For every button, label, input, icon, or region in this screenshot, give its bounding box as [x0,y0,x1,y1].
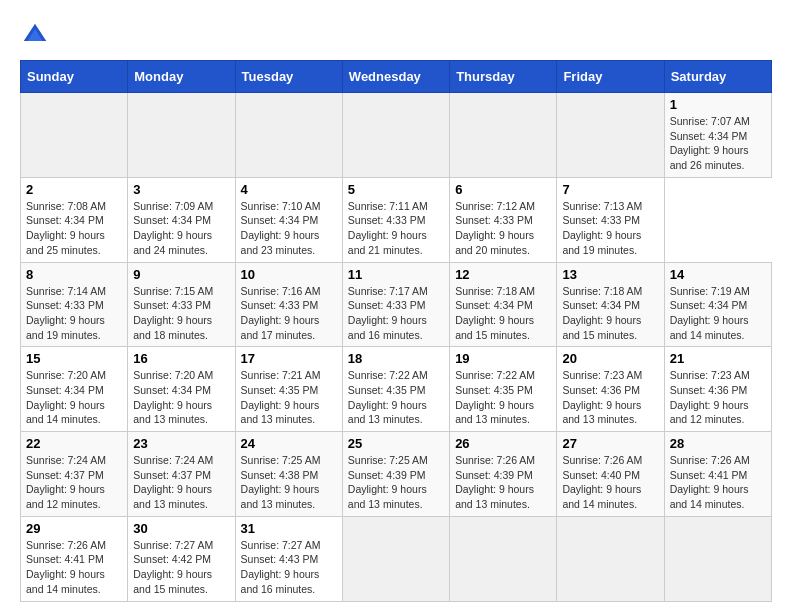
calendar-cell [21,93,128,178]
weekday-header: Thursday [450,61,557,93]
day-number: 11 [348,267,444,282]
day-number: 26 [455,436,551,451]
day-number: 27 [562,436,658,451]
calendar-cell: 22Sunrise: 7:24 AMSunset: 4:37 PMDayligh… [21,432,128,517]
day-detail: Sunrise: 7:18 AMSunset: 4:34 PMDaylight:… [455,284,551,343]
day-number: 9 [133,267,229,282]
calendar-cell [664,516,771,601]
day-detail: Sunrise: 7:23 AMSunset: 4:36 PMDaylight:… [670,368,766,427]
day-detail: Sunrise: 7:25 AMSunset: 4:39 PMDaylight:… [348,453,444,512]
calendar-cell: 28Sunrise: 7:26 AMSunset: 4:41 PMDayligh… [664,432,771,517]
calendar-cell: 21Sunrise: 7:23 AMSunset: 4:36 PMDayligh… [664,347,771,432]
calendar-week: 8Sunrise: 7:14 AMSunset: 4:33 PMDaylight… [21,262,772,347]
day-detail: Sunrise: 7:09 AMSunset: 4:34 PMDaylight:… [133,199,229,258]
day-number: 6 [455,182,551,197]
day-number: 19 [455,351,551,366]
calendar-cell: 29Sunrise: 7:26 AMSunset: 4:41 PMDayligh… [21,516,128,601]
weekday-header: Tuesday [235,61,342,93]
calendar-cell: 30Sunrise: 7:27 AMSunset: 4:42 PMDayligh… [128,516,235,601]
calendar-cell: 16Sunrise: 7:20 AMSunset: 4:34 PMDayligh… [128,347,235,432]
day-detail: Sunrise: 7:10 AMSunset: 4:34 PMDaylight:… [241,199,337,258]
calendar-cell: 13Sunrise: 7:18 AMSunset: 4:34 PMDayligh… [557,262,664,347]
calendar-cell: 25Sunrise: 7:25 AMSunset: 4:39 PMDayligh… [342,432,449,517]
calendar-cell: 11Sunrise: 7:17 AMSunset: 4:33 PMDayligh… [342,262,449,347]
calendar-week: 1Sunrise: 7:07 AMSunset: 4:34 PMDaylight… [21,93,772,178]
calendar-cell: 5Sunrise: 7:11 AMSunset: 4:33 PMDaylight… [342,177,449,262]
calendar-cell [235,93,342,178]
weekday-header: Friday [557,61,664,93]
day-number: 29 [26,521,122,536]
day-detail: Sunrise: 7:16 AMSunset: 4:33 PMDaylight:… [241,284,337,343]
day-number: 12 [455,267,551,282]
calendar-week: 22Sunrise: 7:24 AMSunset: 4:37 PMDayligh… [21,432,772,517]
day-detail: Sunrise: 7:15 AMSunset: 4:33 PMDaylight:… [133,284,229,343]
calendar-week: 15Sunrise: 7:20 AMSunset: 4:34 PMDayligh… [21,347,772,432]
day-detail: Sunrise: 7:17 AMSunset: 4:33 PMDaylight:… [348,284,444,343]
day-detail: Sunrise: 7:08 AMSunset: 4:34 PMDaylight:… [26,199,122,258]
day-number: 16 [133,351,229,366]
calendar-table: SundayMondayTuesdayWednesdayThursdayFrid… [20,60,772,602]
weekday-header: Monday [128,61,235,93]
day-number: 4 [241,182,337,197]
calendar-cell [557,516,664,601]
day-detail: Sunrise: 7:24 AMSunset: 4:37 PMDaylight:… [133,453,229,512]
calendar-cell: 20Sunrise: 7:23 AMSunset: 4:36 PMDayligh… [557,347,664,432]
calendar-cell: 12Sunrise: 7:18 AMSunset: 4:34 PMDayligh… [450,262,557,347]
calendar-cell: 3Sunrise: 7:09 AMSunset: 4:34 PMDaylight… [128,177,235,262]
day-number: 5 [348,182,444,197]
calendar-cell: 10Sunrise: 7:16 AMSunset: 4:33 PMDayligh… [235,262,342,347]
calendar-week: 29Sunrise: 7:26 AMSunset: 4:41 PMDayligh… [21,516,772,601]
calendar-cell: 7Sunrise: 7:13 AMSunset: 4:33 PMDaylight… [557,177,664,262]
day-detail: Sunrise: 7:07 AMSunset: 4:34 PMDaylight:… [670,114,766,173]
day-number: 10 [241,267,337,282]
calendar-week: 2Sunrise: 7:08 AMSunset: 4:34 PMDaylight… [21,177,772,262]
calendar-cell: 6Sunrise: 7:12 AMSunset: 4:33 PMDaylight… [450,177,557,262]
day-number: 25 [348,436,444,451]
day-number: 7 [562,182,658,197]
day-number: 20 [562,351,658,366]
calendar-cell: 9Sunrise: 7:15 AMSunset: 4:33 PMDaylight… [128,262,235,347]
day-number: 13 [562,267,658,282]
calendar-cell: 27Sunrise: 7:26 AMSunset: 4:40 PMDayligh… [557,432,664,517]
page-header [20,20,772,50]
day-number: 15 [26,351,122,366]
day-detail: Sunrise: 7:22 AMSunset: 4:35 PMDaylight:… [455,368,551,427]
day-detail: Sunrise: 7:23 AMSunset: 4:36 PMDaylight:… [562,368,658,427]
day-detail: Sunrise: 7:26 AMSunset: 4:41 PMDaylight:… [670,453,766,512]
day-detail: Sunrise: 7:26 AMSunset: 4:40 PMDaylight:… [562,453,658,512]
day-number: 2 [26,182,122,197]
day-detail: Sunrise: 7:27 AMSunset: 4:43 PMDaylight:… [241,538,337,597]
calendar-cell: 19Sunrise: 7:22 AMSunset: 4:35 PMDayligh… [450,347,557,432]
day-number: 3 [133,182,229,197]
calendar-cell: 15Sunrise: 7:20 AMSunset: 4:34 PMDayligh… [21,347,128,432]
calendar-cell: 31Sunrise: 7:27 AMSunset: 4:43 PMDayligh… [235,516,342,601]
calendar-cell: 17Sunrise: 7:21 AMSunset: 4:35 PMDayligh… [235,347,342,432]
day-number: 30 [133,521,229,536]
day-number: 18 [348,351,444,366]
calendar-cell: 1Sunrise: 7:07 AMSunset: 4:34 PMDaylight… [664,93,771,178]
day-number: 1 [670,97,766,112]
logo [20,20,54,50]
day-detail: Sunrise: 7:26 AMSunset: 4:39 PMDaylight:… [455,453,551,512]
day-number: 24 [241,436,337,451]
calendar-cell: 4Sunrise: 7:10 AMSunset: 4:34 PMDaylight… [235,177,342,262]
day-detail: Sunrise: 7:24 AMSunset: 4:37 PMDaylight:… [26,453,122,512]
day-detail: Sunrise: 7:13 AMSunset: 4:33 PMDaylight:… [562,199,658,258]
calendar-cell: 14Sunrise: 7:19 AMSunset: 4:34 PMDayligh… [664,262,771,347]
day-number: 21 [670,351,766,366]
day-detail: Sunrise: 7:11 AMSunset: 4:33 PMDaylight:… [348,199,444,258]
day-number: 22 [26,436,122,451]
day-detail: Sunrise: 7:22 AMSunset: 4:35 PMDaylight:… [348,368,444,427]
day-detail: Sunrise: 7:27 AMSunset: 4:42 PMDaylight:… [133,538,229,597]
day-detail: Sunrise: 7:26 AMSunset: 4:41 PMDaylight:… [26,538,122,597]
weekday-header: Saturday [664,61,771,93]
calendar-cell: 26Sunrise: 7:26 AMSunset: 4:39 PMDayligh… [450,432,557,517]
day-detail: Sunrise: 7:20 AMSunset: 4:34 PMDaylight:… [133,368,229,427]
day-detail: Sunrise: 7:20 AMSunset: 4:34 PMDaylight:… [26,368,122,427]
calendar-cell [450,93,557,178]
day-detail: Sunrise: 7:18 AMSunset: 4:34 PMDaylight:… [562,284,658,343]
day-detail: Sunrise: 7:25 AMSunset: 4:38 PMDaylight:… [241,453,337,512]
weekday-header: Wednesday [342,61,449,93]
calendar-cell: 8Sunrise: 7:14 AMSunset: 4:33 PMDaylight… [21,262,128,347]
day-detail: Sunrise: 7:19 AMSunset: 4:34 PMDaylight:… [670,284,766,343]
